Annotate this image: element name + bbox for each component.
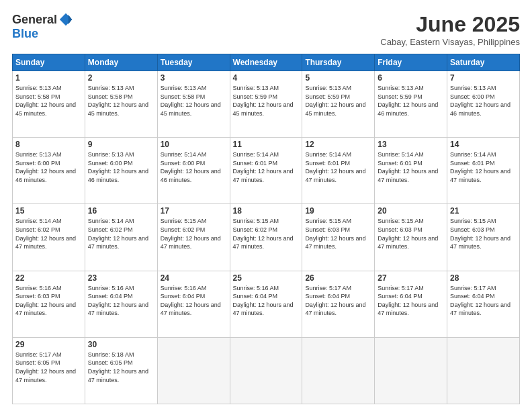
day-number: 11	[233, 140, 300, 149]
calendar-week-row: 8Sunrise: 5:13 AMSunset: 6:00 PMDaylight…	[13, 138, 520, 204]
calendar-day-20: 20Sunrise: 5:15 AMSunset: 6:03 PMDayligh…	[375, 204, 447, 271]
calendar-week-row: 29Sunrise: 5:17 AMSunset: 6:05 PMDayligh…	[13, 337, 520, 404]
day-number: 19	[305, 206, 371, 216]
day-info: Sunrise: 5:16 AMSunset: 6:04 PMDaylight:…	[233, 284, 300, 318]
calendar-day-10: 10Sunrise: 5:14 AMSunset: 6:00 PMDayligh…	[157, 138, 230, 204]
day-info: Sunrise: 5:15 AMSunset: 6:03 PMDaylight:…	[378, 217, 444, 250]
calendar-day-16: 16Sunrise: 5:14 AMSunset: 6:02 PMDayligh…	[85, 204, 157, 271]
page: General Blue June 2025 Cabay, Eastern Vi…	[0, 0, 532, 411]
day-number: 4	[233, 73, 300, 83]
day-number: 26	[305, 273, 371, 283]
calendar-day-13: 13Sunrise: 5:14 AMSunset: 6:01 PMDayligh…	[375, 138, 447, 204]
calendar-empty-cell	[230, 337, 302, 404]
day-info: Sunrise: 5:17 AMSunset: 6:04 PMDaylight:…	[450, 284, 517, 318]
day-info: Sunrise: 5:16 AMSunset: 6:04 PMDaylight:…	[161, 284, 227, 318]
calendar-day-26: 26Sunrise: 5:17 AMSunset: 6:04 PMDayligh…	[302, 271, 375, 337]
calendar-day-28: 28Sunrise: 5:17 AMSunset: 6:04 PMDayligh…	[447, 271, 520, 337]
day-info: Sunrise: 5:14 AMSunset: 6:01 PMDaylight:…	[233, 150, 300, 184]
day-number: 13	[378, 140, 444, 149]
day-info: Sunrise: 5:14 AMSunset: 6:01 PMDaylight:…	[378, 150, 444, 184]
calendar-day-22: 22Sunrise: 5:16 AMSunset: 6:03 PMDayligh…	[13, 271, 85, 337]
col-header-monday: Monday	[85, 54, 157, 71]
calendar-day-12: 12Sunrise: 5:14 AMSunset: 6:01 PMDayligh…	[302, 138, 375, 204]
day-number: 14	[450, 140, 517, 149]
day-info: Sunrise: 5:13 AMSunset: 5:59 PMDaylight:…	[305, 84, 371, 118]
day-info: Sunrise: 5:15 AMSunset: 6:03 PMDaylight:…	[450, 217, 517, 250]
col-header-saturday: Saturday	[447, 54, 520, 71]
day-info: Sunrise: 5:13 AMSunset: 5:58 PMDaylight:…	[15, 84, 82, 118]
calendar-day-25: 25Sunrise: 5:16 AMSunset: 6:04 PMDayligh…	[230, 271, 302, 337]
day-info: Sunrise: 5:13 AMSunset: 6:00 PMDaylight:…	[450, 84, 517, 118]
calendar-day-7: 7Sunrise: 5:13 AMSunset: 6:00 PMDaylight…	[447, 71, 520, 138]
calendar-day-21: 21Sunrise: 5:15 AMSunset: 6:03 PMDayligh…	[447, 204, 520, 271]
calendar-table: SundayMondayTuesdayWednesdayThursdayFrid…	[12, 54, 520, 404]
calendar-day-29: 29Sunrise: 5:17 AMSunset: 6:05 PMDayligh…	[13, 337, 85, 404]
day-number: 3	[161, 73, 227, 83]
calendar-day-3: 3Sunrise: 5:13 AMSunset: 5:58 PMDaylight…	[157, 71, 230, 138]
col-header-friday: Friday	[375, 54, 447, 71]
calendar-day-30: 30Sunrise: 5:18 AMSunset: 6:05 PMDayligh…	[85, 337, 157, 404]
logo-general-text: General	[12, 13, 57, 27]
day-number: 1	[15, 73, 82, 83]
day-number: 25	[233, 273, 300, 283]
logo: General Blue	[12, 12, 73, 41]
calendar-empty-cell	[375, 337, 447, 404]
logo-blue-text: Blue	[12, 27, 38, 41]
col-header-tuesday: Tuesday	[157, 54, 230, 71]
calendar-day-6: 6Sunrise: 5:13 AMSunset: 5:59 PMDaylight…	[375, 71, 447, 138]
day-number: 21	[450, 206, 517, 216]
day-number: 29	[15, 340, 82, 349]
header-right: June 2025 Cabay, Eastern Visayas, Philip…	[380, 12, 520, 47]
day-info: Sunrise: 5:17 AMSunset: 6:04 PMDaylight:…	[378, 284, 444, 318]
day-info: Sunrise: 5:16 AMSunset: 6:04 PMDaylight:…	[88, 284, 154, 318]
calendar-day-24: 24Sunrise: 5:16 AMSunset: 6:04 PMDayligh…	[157, 271, 230, 337]
day-info: Sunrise: 5:18 AMSunset: 6:05 PMDaylight:…	[88, 351, 154, 384]
day-info: Sunrise: 5:13 AMSunset: 5:59 PMDaylight:…	[378, 84, 444, 118]
day-number: 7	[450, 73, 517, 83]
calendar-empty-cell	[447, 337, 520, 404]
day-number: 22	[15, 273, 82, 283]
location: Cabay, Eastern Visayas, Philippines	[380, 37, 520, 47]
calendar-day-17: 17Sunrise: 5:15 AMSunset: 6:02 PMDayligh…	[157, 204, 230, 271]
day-number: 5	[305, 73, 371, 83]
calendar-week-row: 15Sunrise: 5:14 AMSunset: 6:02 PMDayligh…	[13, 204, 520, 271]
day-info: Sunrise: 5:14 AMSunset: 6:01 PMDaylight:…	[305, 150, 371, 184]
day-number: 27	[378, 273, 444, 283]
day-info: Sunrise: 5:13 AMSunset: 6:00 PMDaylight:…	[88, 150, 154, 184]
day-number: 10	[161, 140, 227, 149]
calendar-day-19: 19Sunrise: 5:15 AMSunset: 6:03 PMDayligh…	[302, 204, 375, 271]
header: General Blue June 2025 Cabay, Eastern Vi…	[12, 12, 520, 47]
day-info: Sunrise: 5:14 AMSunset: 6:00 PMDaylight:…	[161, 150, 227, 184]
day-number: 24	[161, 273, 227, 283]
calendar-empty-cell	[157, 337, 230, 404]
day-info: Sunrise: 5:13 AMSunset: 6:00 PMDaylight:…	[15, 150, 82, 184]
col-header-thursday: Thursday	[302, 54, 375, 71]
day-number: 23	[88, 273, 154, 283]
calendar-day-23: 23Sunrise: 5:16 AMSunset: 6:04 PMDayligh…	[85, 271, 157, 337]
day-info: Sunrise: 5:14 AMSunset: 6:01 PMDaylight:…	[450, 150, 517, 184]
day-info: Sunrise: 5:14 AMSunset: 6:02 PMDaylight:…	[15, 217, 82, 250]
day-number: 12	[305, 140, 371, 149]
day-info: Sunrise: 5:13 AMSunset: 5:59 PMDaylight:…	[233, 84, 300, 118]
day-info: Sunrise: 5:13 AMSunset: 5:58 PMDaylight:…	[88, 84, 154, 118]
calendar-day-4: 4Sunrise: 5:13 AMSunset: 5:59 PMDaylight…	[230, 71, 302, 138]
calendar-header-row: SundayMondayTuesdayWednesdayThursdayFrid…	[13, 54, 520, 71]
col-header-sunday: Sunday	[13, 54, 85, 71]
calendar-day-18: 18Sunrise: 5:15 AMSunset: 6:02 PMDayligh…	[230, 204, 302, 271]
calendar-day-27: 27Sunrise: 5:17 AMSunset: 6:04 PMDayligh…	[375, 271, 447, 337]
day-number: 18	[233, 206, 300, 216]
day-number: 20	[378, 206, 444, 216]
calendar-day-8: 8Sunrise: 5:13 AMSunset: 6:00 PMDaylight…	[13, 138, 85, 204]
calendar-day-14: 14Sunrise: 5:14 AMSunset: 6:01 PMDayligh…	[447, 138, 520, 204]
day-info: Sunrise: 5:17 AMSunset: 6:05 PMDaylight:…	[15, 351, 82, 384]
calendar-day-1: 1Sunrise: 5:13 AMSunset: 5:58 PMDaylight…	[13, 71, 85, 138]
day-number: 2	[88, 73, 154, 83]
day-number: 16	[88, 206, 154, 216]
calendar-day-5: 5Sunrise: 5:13 AMSunset: 5:59 PMDaylight…	[302, 71, 375, 138]
day-number: 15	[15, 206, 82, 216]
calendar-day-9: 9Sunrise: 5:13 AMSunset: 6:00 PMDaylight…	[85, 138, 157, 204]
calendar-day-11: 11Sunrise: 5:14 AMSunset: 6:01 PMDayligh…	[230, 138, 302, 204]
day-number: 8	[15, 140, 82, 149]
calendar-empty-cell	[302, 337, 375, 404]
logo-icon	[58, 12, 73, 27]
